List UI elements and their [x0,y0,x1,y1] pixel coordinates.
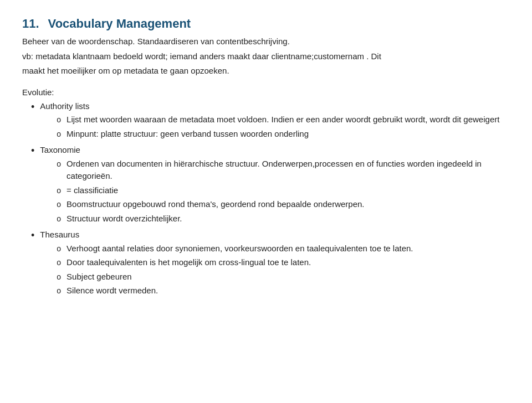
thesaurus-sub-item-3: o Subject gebeuren [57,271,413,283]
taxonomie-sub-list: o Ordenen van documenten in hiërarchisch… [57,158,510,225]
sub-marker-1b: o [57,128,61,140]
sub-marker-2d: o [57,213,61,225]
taxonomie-sub-item-3: o Boomstructuur opgebouwd rond thema's, … [57,198,510,211]
bullet-item-authority: • Authority lists o Lijst met woorden wa… [31,100,510,142]
thesaurus-sub-text-4: Silence wordt vermeden. [66,285,158,297]
authority-sub-item-1: o Lijst met woorden waaraan de metadata … [57,113,499,126]
taxonomie-sub-item-2: o = classificiatie [57,184,510,197]
sub-marker-3b: o [57,257,61,268]
thesaurus-sub-item-2: o Door taalequivalenten is het mogelijk … [57,256,413,269]
taxonomie-sub-item-1: o Ordenen van documenten in hiërarchisch… [57,158,510,183]
thesaurus-sub-text-1: Verhoogt aantal relaties door synoniemen… [66,242,413,255]
sub-marker-2b: o [57,185,61,197]
sub-marker-2a: o [57,158,61,170]
title-number: 11. [22,17,39,31]
taxonomie-sub-text-3: Boomstructuur opgebouwd rond thema's, ge… [66,198,364,211]
bullet-dot-authority: • [31,100,34,115]
authority-sub-text-1: Lijst met woorden waaraan de metadata mo… [66,113,499,126]
bullet-dot-thesaurus: • [31,228,34,243]
page-title: 11. Vocabulary Management [22,17,510,31]
thesaurus-sub-item-1: o Verhoogt aantal relaties door synoniem… [57,242,413,255]
bullet-item-thesaurus: • Thesaurus o Verhoogt aantal relaties d… [31,229,510,299]
title-text: Vocabulary Management [48,17,191,31]
sub-marker-3d: o [57,285,61,297]
authority-label: Authority lists [40,101,89,111]
sub-marker-1a: o [57,114,61,126]
authority-sub-item-2: o Minpunt: platte structuur: geen verban… [57,128,499,141]
taxonomie-sub-text-4: Structuur wordt overzichtelijker. [66,213,182,225]
bullet-dot-taxonomie: • [31,143,34,158]
authority-sub-text-2: Minpunt: platte structuur: geen verband … [66,128,309,141]
thesaurus-sub-item-4: o Silence wordt vermeden. [57,285,413,297]
taxonomie-sub-text-2: = classificiatie [66,184,118,197]
sub-marker-3a: o [57,243,61,255]
authority-sub-list: o Lijst met woorden waaraan de metadata … [57,113,499,140]
sub-marker-3c: o [57,271,61,283]
evolutie-label: Evolutie: [22,87,510,97]
thesaurus-sub-list: o Verhoogt aantal relaties door synoniem… [57,242,413,297]
taxonomie-sub-item-4: o Structuur wordt overzichtelijker. [57,213,510,225]
sub-marker-2c: o [57,199,61,210]
intro-line-1: Beheer van de woordenschap. Standaardise… [22,35,510,48]
thesaurus-sub-text-3: Subject gebeuren [66,271,132,283]
thesaurus-sub-text-2: Door taalequivalenten is het mogelijk om… [66,256,311,269]
main-bullet-list: • Authority lists o Lijst met woorden wa… [31,100,510,299]
intro-line-2: vb: metadata klantnaam bedoeld wordt; ie… [22,50,510,63]
thesaurus-label: Thesaurus [40,230,79,239]
bullet-item-taxonomie: • Taxonomie o Ordenen van documenten in … [31,144,510,226]
taxonomie-label: Taxonomie [40,145,80,154]
intro-line-3: maakt het moeilijker om op metadata te g… [22,65,510,78]
taxonomie-sub-text-1: Ordenen van documenten in hiërarchische … [66,158,510,183]
